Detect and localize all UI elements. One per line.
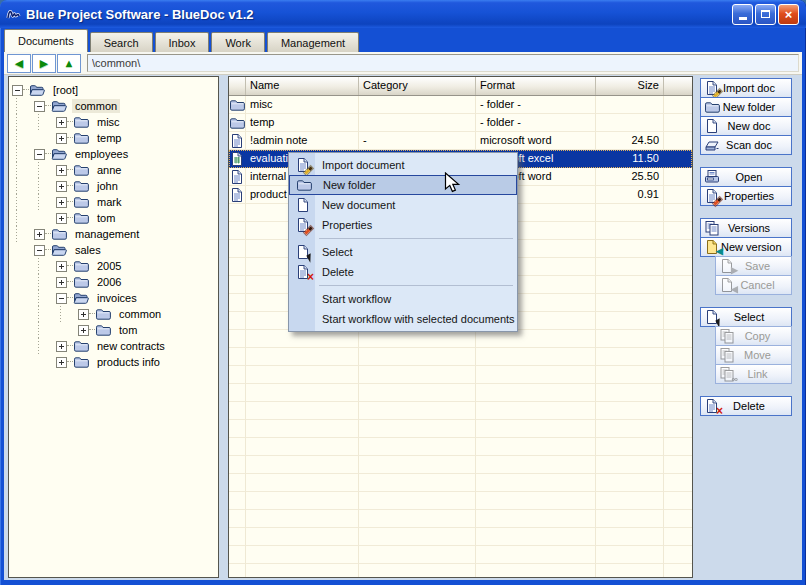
menu-item-select[interactable]: Select xyxy=(289,242,517,262)
menu-item-new-folder[interactable]: New folder xyxy=(289,175,517,195)
cancel-button: ◀Cancel xyxy=(715,275,792,295)
tree-item-new-contracts[interactable]: new contracts xyxy=(9,338,218,354)
tree-item-sales[interactable]: sales xyxy=(9,242,218,258)
column-header-format[interactable]: Format xyxy=(476,77,596,95)
folder-icon xyxy=(73,162,89,178)
path-input[interactable] xyxy=(87,54,799,72)
table-cell xyxy=(664,240,692,258)
tree-item-anne[interactable]: anne xyxy=(9,162,218,178)
tab-search[interactable]: Search xyxy=(90,32,153,52)
tree-item-2006[interactable]: 2006 xyxy=(9,274,218,290)
tree-item-invoices[interactable]: invoices xyxy=(9,290,218,306)
expand-icon[interactable] xyxy=(56,117,67,128)
navigation-toolbar: ◀ ▶ ▲ xyxy=(4,52,802,75)
action-button-label: Versions xyxy=(721,222,791,234)
tree-item-common[interactable]: common xyxy=(9,98,218,114)
expand-icon[interactable] xyxy=(56,341,67,352)
import-doc-button[interactable]: Import doc xyxy=(700,78,792,98)
expand-icon[interactable] xyxy=(56,181,67,192)
table-row[interactable]: misc- folder - xyxy=(229,96,692,114)
collapse-icon[interactable] xyxy=(56,293,67,304)
folder-icon xyxy=(296,177,312,193)
tree-item-2005[interactable]: 2005 xyxy=(9,258,218,274)
tree-item-label: invoices xyxy=(94,291,140,305)
tree-item-temp[interactable]: temp xyxy=(9,130,218,146)
expand-icon[interactable] xyxy=(34,229,45,240)
new-version-button[interactable]: ◀New version xyxy=(700,237,792,257)
open-button[interactable]: Open xyxy=(700,167,792,187)
tree-item-common[interactable]: common xyxy=(9,306,218,322)
expand-icon[interactable] xyxy=(56,357,67,368)
table-empty-row xyxy=(229,384,692,402)
tree-item-root[interactable]: [root] xyxy=(9,82,218,98)
close-button[interactable]: × xyxy=(778,4,799,25)
tree-item-tom[interactable]: tom xyxy=(9,210,218,226)
tree-item-misc[interactable]: misc xyxy=(9,114,218,130)
table-cell xyxy=(246,366,359,384)
tree-item-employees[interactable]: employees xyxy=(9,146,218,162)
table-cell xyxy=(664,348,692,366)
column-header-name[interactable]: Name xyxy=(246,77,359,95)
tab-work[interactable]: Work xyxy=(211,32,264,52)
versions-icon xyxy=(704,220,720,236)
nav-forward-button[interactable]: ▶ xyxy=(32,54,56,73)
table-cell xyxy=(596,276,664,294)
collapse-icon[interactable] xyxy=(34,149,45,160)
table-row[interactable]: !admin note-microsoft word24.50 xyxy=(229,132,692,150)
tree-item-tom[interactable]: tom xyxy=(9,322,218,338)
nav-back-button[interactable]: ◀ xyxy=(7,54,31,73)
expand-icon[interactable] xyxy=(56,165,67,176)
select-button[interactable]: Select xyxy=(700,307,792,327)
scan-doc-button[interactable]: Scan doc xyxy=(700,135,792,155)
new-doc-button[interactable]: New doc xyxy=(700,116,792,136)
maximize-button[interactable] xyxy=(755,4,776,25)
table-cell xyxy=(359,528,476,546)
table-cell xyxy=(229,510,246,528)
expand-icon[interactable] xyxy=(56,213,67,224)
expand-icon[interactable] xyxy=(78,325,89,336)
column-header-size[interactable]: Size xyxy=(596,77,664,95)
menu-item-delete[interactable]: ×Delete xyxy=(289,262,517,282)
tab-management[interactable]: Management xyxy=(267,32,359,52)
expand-icon[interactable] xyxy=(56,133,67,144)
minimize-button[interactable] xyxy=(732,4,753,25)
table-cell xyxy=(229,150,246,168)
menu-item-import-document[interactable]: Import document xyxy=(289,155,517,175)
expand-icon[interactable] xyxy=(78,309,89,320)
versions-button[interactable]: Versions xyxy=(700,218,792,238)
delete-button[interactable]: ×Delete xyxy=(700,396,792,416)
app-window: Blue Project Software - BlueDoc v1.2 × D… xyxy=(0,0,806,585)
tab-documents[interactable]: Documents xyxy=(4,29,88,52)
menu-item-start-workflow[interactable]: Start workflow xyxy=(289,289,517,309)
table-cell: 0.91 xyxy=(596,186,664,204)
table-cell xyxy=(476,330,596,348)
menu-item-start-workflow-with-selected-documents[interactable]: Start workflow with selected documents xyxy=(289,309,517,329)
collapse-icon[interactable] xyxy=(34,245,45,256)
tab-inbox[interactable]: Inbox xyxy=(155,32,210,52)
collapse-icon[interactable] xyxy=(12,85,23,96)
expand-icon[interactable] xyxy=(56,261,67,272)
tree-item-mark[interactable]: mark xyxy=(9,194,218,210)
maximize-icon xyxy=(761,10,770,18)
nav-up-button[interactable]: ▲ xyxy=(57,54,81,73)
folder-icon xyxy=(229,115,245,131)
table-cell xyxy=(229,456,246,474)
tree-item-products-info[interactable]: products info xyxy=(9,354,218,370)
tree-item-management[interactable]: management xyxy=(9,226,218,242)
table-empty-row xyxy=(229,348,692,366)
collapse-icon[interactable] xyxy=(34,101,45,112)
new-folder-button[interactable]: New folder xyxy=(700,97,792,117)
menu-item-properties[interactable]: Properties xyxy=(289,215,517,235)
table-row[interactable]: temp- folder - xyxy=(229,114,692,132)
table-cell xyxy=(664,420,692,438)
menu-item-new-document[interactable]: New document xyxy=(289,195,517,215)
properties-button[interactable]: Properties xyxy=(700,186,792,206)
column-header-category[interactable]: Category xyxy=(359,77,476,95)
tree-item-label: mark xyxy=(94,195,124,209)
tree-item-john[interactable]: john xyxy=(9,178,218,194)
column-header-icon[interactable] xyxy=(229,77,246,95)
column-header-filler[interactable] xyxy=(664,77,692,95)
table-cell xyxy=(229,168,246,186)
expand-icon[interactable] xyxy=(56,197,67,208)
expand-icon[interactable] xyxy=(56,277,67,288)
